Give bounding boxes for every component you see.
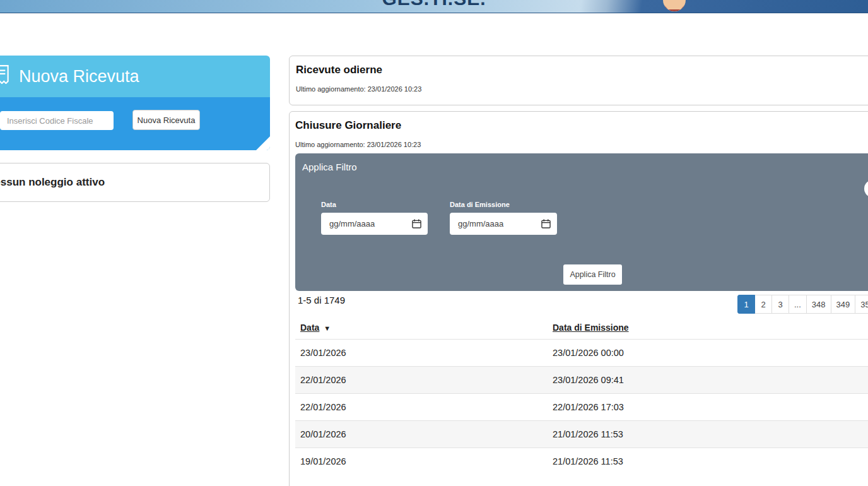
app-root: GES.TI.SE. Nuova Ricevuta xyxy=(0,0,868,486)
table-row: 22/01/202622/01/2026 17:03 xyxy=(295,394,868,421)
column-header-emissione-label[interactable]: Data di Emissione xyxy=(553,323,629,333)
nuova-ricevuta-button[interactable]: Nuova Ricevuta xyxy=(132,110,200,130)
table-cell: 22/01/2026 xyxy=(295,367,548,394)
table-cell: 20/01/2026 xyxy=(295,421,548,448)
codice-fiscale-input[interactable] xyxy=(0,111,114,130)
ricevute-odierne-last-update: Ultimo aggiornamento: 23/01/2026 10:23 xyxy=(296,85,868,93)
pagination-page-350[interactable]: 350 xyxy=(855,295,868,314)
pagination-summary: 1-5 di 1749 xyxy=(298,295,345,305)
filter-data-label: Data xyxy=(321,201,336,208)
sort-desc-icon: ▼ xyxy=(324,324,331,332)
filter-emissione-label: Data di Emissione xyxy=(450,201,510,208)
nuova-ricevuta-card: Nuova Ricevuta Nuova Ricevuta xyxy=(0,56,270,150)
column-header-data[interactable]: Data ▼ xyxy=(295,315,548,340)
table-cell: 19/01/2026 xyxy=(295,448,548,475)
table-cell: 23/01/2026 00:00 xyxy=(548,340,868,367)
pagination-page-348[interactable]: 348 xyxy=(806,295,831,314)
user-avatar[interactable] xyxy=(663,0,686,11)
table-row: 23/01/202623/01/2026 00:00 xyxy=(295,340,868,367)
ricevute-odierne-title: Ricevute odierne xyxy=(296,64,868,76)
app-title: GES.TI.SE. xyxy=(382,0,486,9)
nuova-ricevuta-header: Nuova Ricevuta xyxy=(0,56,270,97)
filter-data-field-wrap xyxy=(321,213,428,235)
receipt-icon xyxy=(0,65,10,88)
filter-emissione-input[interactable] xyxy=(450,213,557,235)
chiusure-table: Data ▼ Data di Emissione 23/01/202623/01… xyxy=(295,315,868,475)
table-cell: 22/01/2026 xyxy=(295,394,548,421)
pagination-ellipsis: ... xyxy=(789,295,807,314)
table-cell: 22/01/2026 17:03 xyxy=(548,394,868,421)
folded-corner-decoration xyxy=(256,136,270,150)
chiusure-card: Chiusure Giornaliere Ultimo aggiornament… xyxy=(289,111,868,486)
table-cell: 23/01/2026 09:41 xyxy=(548,367,868,394)
pagination-page-2[interactable]: 2 xyxy=(754,295,772,314)
ricevute-odierne-card: Ricevute odierne Ultimo aggiornamento: 2… xyxy=(289,56,868,105)
table-cell: 21/01/2026 11:53 xyxy=(548,421,868,448)
filter-panel-title: Applica Filtro xyxy=(302,162,357,172)
filter-emissione-field-wrap xyxy=(450,213,557,235)
table-row: 20/01/202621/01/2026 11:53 xyxy=(295,421,868,448)
noleggio-message: Nessun noleggio attivo xyxy=(0,176,105,189)
pagination-page-349[interactable]: 349 xyxy=(831,295,856,314)
pagination-page-3[interactable]: 3 xyxy=(771,295,789,314)
column-header-data-label[interactable]: Data xyxy=(300,323,319,333)
top-navbar: GES.TI.SE. xyxy=(0,0,868,13)
table-row: 22/01/202623/01/2026 09:41 xyxy=(295,367,868,394)
table-cell: 21/01/2026 11:53 xyxy=(548,448,868,475)
chiusure-last-update: Ultimo aggiornamento: 23/01/2026 10:23 xyxy=(295,141,868,148)
filter-panel-handle[interactable] xyxy=(864,180,868,198)
pagination: 123...348349350 xyxy=(737,295,868,314)
table-header-row: Data ▼ Data di Emissione xyxy=(295,315,868,340)
table-body: 23/01/202623/01/2026 00:0022/01/202623/0… xyxy=(295,340,868,475)
filter-data-input[interactable] xyxy=(321,213,428,235)
pagination-page-1[interactable]: 1 xyxy=(737,295,755,314)
chiusure-title: Chiusure Giornaliere xyxy=(295,119,868,132)
table-cell: 23/01/2026 xyxy=(295,340,548,367)
noleggio-card: Nessun noleggio attivo xyxy=(0,163,270,202)
filter-panel: Applica Filtro Data Data di Emissione xyxy=(295,153,868,291)
nuova-ricevuta-title: Nuova Ricevuta xyxy=(19,67,139,86)
user-avatar-icon xyxy=(663,0,686,11)
table-row: 19/01/202621/01/2026 11:53 xyxy=(295,448,868,475)
apply-filter-button[interactable]: Applica Filtro xyxy=(563,264,622,285)
column-header-emissione[interactable]: Data di Emissione xyxy=(548,315,868,340)
nuova-ricevuta-body: Nuova Ricevuta xyxy=(0,97,270,150)
